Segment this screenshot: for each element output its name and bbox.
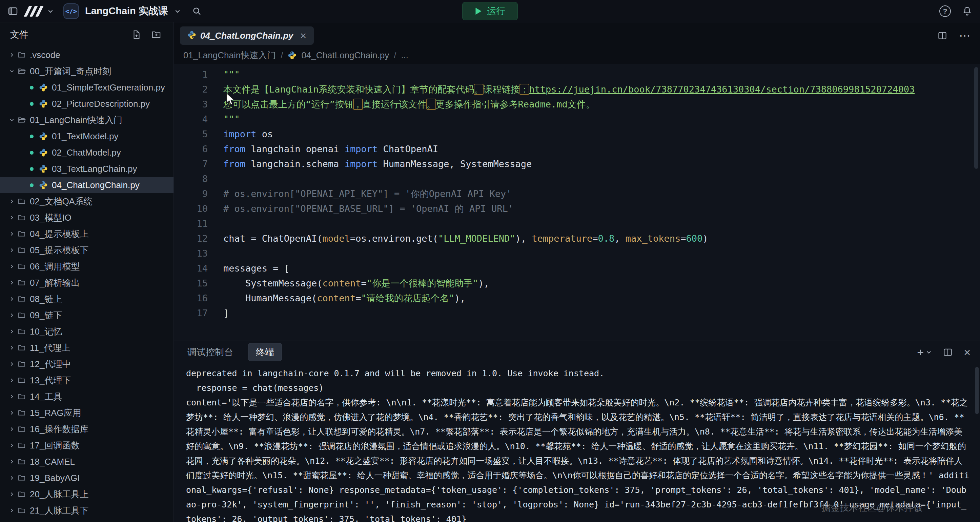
tree-file-01_SimpleTextGeneration.py[interactable]: 01_SimpleTextGeneration.py [0, 79, 173, 95]
search-button[interactable] [192, 6, 202, 16]
project-code-icon[interactable]: </> [64, 3, 79, 19]
split-terminal-button[interactable] [943, 347, 953, 357]
close-panel-button[interactable]: × [964, 347, 970, 358]
chevron-right-icon [9, 247, 15, 253]
tree-file-01_TextModel.py[interactable]: 01_TextModel.py [0, 128, 173, 145]
breadcrumb[interactable]: 01_LangChain快速入门 / 04_ChatLongChain.py /… [174, 47, 980, 64]
tabbar-actions: ⋯ [937, 30, 970, 41]
code-line[interactable] [223, 246, 980, 261]
breadcrumb-file[interactable]: 04_ChatLongChain.py [301, 50, 389, 60]
code-line[interactable]: SystemMessage(content="你是一个很棒的智能助手"), [223, 276, 980, 291]
tree-folder-07_解析输出[interactable]: 07_解析输出 [0, 275, 173, 291]
code-line[interactable] [223, 172, 980, 186]
ide-window: </> LangChain 实战课 运行 ? [0, 0, 980, 522]
code-line[interactable]: from langchain.schema import HumanMessag… [223, 157, 980, 172]
sidebar-toggle-button[interactable] [8, 6, 18, 17]
top-bar: </> LangChain 实战课 运行 ? [0, 0, 980, 22]
line-number: 6 [174, 142, 208, 157]
run-button[interactable]: 运行 [462, 2, 518, 20]
code-line[interactable]: # os.environ["OPENAI_BASE_URL"] = 'OpenA… [223, 201, 980, 216]
modified-dot [30, 183, 33, 187]
editor-scrollbar[interactable] [974, 67, 978, 169]
terminal-scrollbar[interactable] [975, 367, 978, 414]
code-line[interactable]: ] [223, 306, 980, 321]
tree-folder-02_文档QA系统[interactable]: 02_文档QA系统 [0, 193, 173, 210]
tree-folder-17_回调函数[interactable]: 17_回调函数 [0, 437, 173, 454]
new-terminal-button[interactable]: + [917, 347, 932, 358]
tab-terminal[interactable]: 终端 [248, 343, 282, 361]
tree-folder-20_人脉工具上[interactable]: 20_人脉工具上 [0, 486, 173, 502]
project-title: LangChain 实战课 [85, 5, 168, 18]
line-number: 8 [174, 172, 208, 186]
folder-icon [18, 474, 26, 482]
marscode-logo-icon[interactable] [26, 5, 41, 17]
notifications-button[interactable] [962, 6, 972, 17]
code-line[interactable]: messages = [ [223, 261, 980, 276]
help-button[interactable]: ? [939, 5, 951, 17]
tree-folder-21_人脉工具下[interactable]: 21_人脉工具下 [0, 502, 173, 519]
tree-folder-03_模型IO[interactable]: 03_模型IO [0, 210, 173, 226]
file-explorer-sidebar: 文件 .vscode00_开篇词_奇点时刻01_SimpleTextGenera… [0, 22, 174, 522]
line-number: 4 [174, 112, 208, 127]
chevron-down-icon [47, 8, 54, 14]
code-line[interactable]: # os.environ["OPENAI_API_KEY"] = '你的Open… [223, 186, 980, 201]
tree-item-label: 02_文档QA系统 [30, 196, 92, 207]
code-content[interactable]: """本文件是【LangChain系统安装和快速入门】章节的配套代码。课程链接：… [208, 67, 980, 341]
workspace: 文件 .vscode00_开篇词_奇点时刻01_SimpleTextGenera… [0, 22, 980, 522]
tree-file-04_ChatLongChain.py[interactable]: 04_ChatLongChain.py [0, 177, 173, 193]
code-line[interactable] [223, 216, 980, 231]
tab-debug-console[interactable]: 调试控制台 [188, 346, 233, 358]
tab-04-chatlongchain[interactable]: 04_ChatLongChain.py × [180, 26, 314, 45]
tree-folder-09_链下[interactable]: 09_链下 [0, 307, 173, 323]
split-terminal-icon [943, 347, 953, 357]
folder-icon [18, 328, 26, 336]
tree-folder-10_记忆[interactable]: 10_记忆 [0, 323, 173, 340]
bell-icon [962, 6, 972, 17]
tree-folder-06_调用模型[interactable]: 06_调用模型 [0, 258, 173, 275]
terminal-output[interactable]: deprecated in langchain-core 0.1.7 and w… [174, 363, 980, 522]
tree-folder-08_链上[interactable]: 08_链上 [0, 291, 173, 307]
tree-file-03_TextLangChain.py[interactable]: 03_TextLangChain.py [0, 161, 173, 177]
tree-folder-00_开篇词_奇点时刻[interactable]: 00_开篇词_奇点时刻 [0, 63, 173, 79]
code-line[interactable]: 本文件是【LangChain系统安装和快速入门】章节的配套代码。课程链接：htt… [223, 82, 980, 97]
tree-folder-13_代理下[interactable]: 13_代理下 [0, 372, 173, 388]
breadcrumb-folder[interactable]: 01_LangChain快速入门 [183, 49, 276, 61]
tree-folder-16_操作数据库[interactable]: 16_操作数据库 [0, 421, 173, 437]
tree-folder-11_代理上[interactable]: 11_代理上 [0, 340, 173, 356]
code-line[interactable]: """ [223, 67, 980, 82]
line-number: 1 [174, 67, 208, 82]
new-file-button[interactable] [132, 30, 142, 40]
tree-folder-12_代理中[interactable]: 12_代理中 [0, 356, 173, 372]
tree-folder-15_RAG应用[interactable]: 15_RAG应用 [0, 405, 173, 421]
code-line[interactable]: HumanMessage(content="请给我的花店起个名"), [223, 291, 980, 306]
code-line[interactable]: from langchain_openai import ChatOpenAI [223, 142, 980, 157]
workspace-switcher-chevron[interactable] [47, 8, 54, 14]
chevron-right-icon [9, 198, 15, 204]
modified-dot [30, 167, 33, 171]
topbar-left-group: </> LangChain 实战课 [8, 3, 462, 19]
code-editor[interactable]: 1234567891011121314151617 """本文件是【LangCh… [174, 64, 980, 341]
tab-close-button[interactable]: × [300, 30, 306, 41]
more-actions-button[interactable]: ⋯ [959, 30, 970, 41]
code-line[interactable]: chat = ChatOpenAI(model=os.environ.get("… [223, 231, 980, 246]
tree-folder-05_提示模板下[interactable]: 05_提示模板下 [0, 242, 173, 258]
terminal-line: response = chat(messages) [186, 380, 970, 395]
chevron-right-icon [9, 263, 15, 269]
line-number: 7 [174, 157, 208, 172]
chevron-right-icon [9, 491, 15, 497]
new-folder-button[interactable] [151, 30, 161, 40]
code-line[interactable]: 您可以点击最上方的“运行”按钮，直接运行该文件。更多操作指引请参考Readme.… [223, 97, 980, 112]
tree-folder-14_工具[interactable]: 14_工具 [0, 388, 173, 405]
tree-folder-18_CAMEL[interactable]: 18_CAMEL [0, 454, 173, 470]
code-line[interactable]: """ [223, 112, 980, 127]
code-line[interactable]: import os [223, 127, 980, 142]
project-menu-chevron[interactable] [174, 8, 181, 14]
breadcrumb-symbol[interactable]: ... [401, 50, 408, 60]
tree-folder-19_BabyAGI[interactable]: 19_BabyAGI [0, 470, 173, 486]
tree-folder-01_LangChain快速入门[interactable]: 01_LangChain快速入门 [0, 112, 173, 128]
tree-file-02_ChatModel.py[interactable]: 02_ChatModel.py [0, 145, 173, 161]
tree-folder-04_提示模板上[interactable]: 04_提示模板上 [0, 226, 173, 242]
tree-folder-.vscode[interactable]: .vscode [0, 47, 173, 63]
tree-file-02_PictureDescription.py[interactable]: 02_PictureDescription.py [0, 95, 173, 112]
split-editor-button[interactable] [937, 30, 947, 41]
